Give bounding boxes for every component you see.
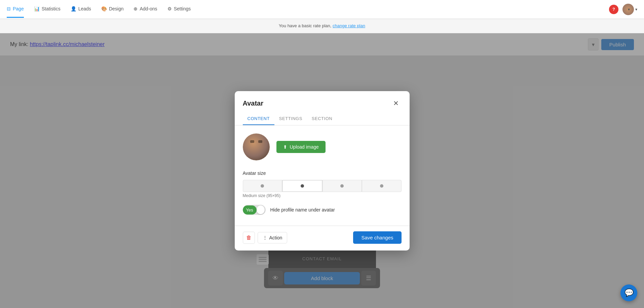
modal-tabs: CONTENT SETTINGS SECTION bbox=[235, 113, 410, 125]
main-content: My link: https://taplink.cc/michaelstein… bbox=[0, 33, 644, 308]
toggle-yes-label: Yes bbox=[243, 205, 257, 215]
modal-title: Avatar bbox=[243, 100, 264, 107]
nav-tab-settings[interactable]: ⚙ Settings bbox=[167, 1, 191, 18]
action-button[interactable]: ⋮ Action bbox=[258, 232, 288, 243]
help-icon[interactable]: ? bbox=[609, 5, 618, 14]
nav-tab-leads[interactable]: 👤 Leads bbox=[71, 1, 91, 18]
toggle-row: Yes Hide profile name under avatar bbox=[243, 205, 402, 215]
nav-tab-design-label: Design bbox=[109, 6, 124, 11]
modal-divider bbox=[235, 226, 410, 226]
modal-header: Avatar ✕ bbox=[235, 91, 410, 109]
size-option-xs[interactable] bbox=[243, 180, 282, 192]
toggle-description: Hide profile name under avatar bbox=[270, 207, 335, 213]
modal-tab-settings[interactable]: SETTINGS bbox=[274, 113, 307, 125]
modal-tab-section[interactable]: SECTION bbox=[307, 113, 337, 125]
avatar-face bbox=[243, 133, 270, 160]
save-changes-button[interactable]: Save changes bbox=[353, 231, 401, 244]
chat-button[interactable]: 💬 bbox=[620, 284, 637, 301]
nav-tab-settings-label: Settings bbox=[174, 6, 191, 11]
info-bar: You have a basic rate plan, change rate … bbox=[0, 18, 644, 33]
upload-label: Upload image bbox=[290, 144, 319, 150]
user-dropdown-arrow: ▾ bbox=[635, 7, 637, 12]
modal-body: ⬆ Upload image Avatar size bbox=[235, 125, 410, 226]
addons-icon: ⊕ bbox=[134, 6, 138, 11]
settings-icon: ⚙ bbox=[167, 6, 172, 11]
chat-icon: 💬 bbox=[624, 288, 634, 297]
modal-close-button[interactable]: ✕ bbox=[391, 98, 402, 109]
toggle-knob bbox=[257, 205, 265, 214]
nav-tab-addons-label: Add-ons bbox=[140, 6, 157, 11]
info-bar-text: You have a basic rate plan, bbox=[279, 23, 331, 28]
top-nav: ⊟ Page 📊 Statistics 👤 Leads 🎨 Design ⊕ A… bbox=[0, 0, 644, 18]
size-dot-xs bbox=[261, 184, 264, 188]
avatar-preview bbox=[243, 133, 270, 160]
size-dot-lg bbox=[380, 184, 383, 188]
avatar-modal: Avatar ✕ CONTENT SETTINGS SECTION bbox=[235, 91, 410, 251]
avatar-size-text: Medium size (95×95) bbox=[243, 193, 402, 198]
avatar-upload-row: ⬆ Upload image bbox=[243, 133, 402, 160]
avatar-size-label: Avatar size bbox=[243, 170, 402, 176]
hide-name-toggle[interactable]: Yes bbox=[243, 205, 266, 215]
nav-tab-page-label: Page bbox=[13, 6, 24, 11]
upload-icon: ⬆ bbox=[283, 144, 287, 150]
page-icon: ⊟ bbox=[7, 6, 11, 11]
nav-tabs: ⊟ Page 📊 Statistics 👤 Leads 🎨 Design ⊕ A… bbox=[7, 1, 191, 18]
nav-tab-design[interactable]: 🎨 Design bbox=[101, 1, 124, 18]
nav-tab-statistics[interactable]: 📊 Statistics bbox=[34, 1, 61, 18]
nav-tab-leads-label: Leads bbox=[78, 6, 91, 11]
avatar-size-options bbox=[243, 180, 402, 192]
upload-image-button[interactable]: ⬆ Upload image bbox=[276, 141, 326, 153]
action-dots-icon: ⋮ bbox=[263, 235, 267, 240]
design-icon: 🎨 bbox=[101, 6, 107, 11]
leads-icon: 👤 bbox=[71, 6, 76, 11]
modal-backdrop: Avatar ✕ CONTENT SETTINGS SECTION bbox=[0, 33, 644, 308]
nav-user-wrapper[interactable]: ▾ bbox=[622, 4, 637, 15]
nav-tab-page[interactable]: ⊟ Page bbox=[7, 1, 24, 18]
size-dot-sm bbox=[301, 184, 304, 188]
action-label: Action bbox=[269, 235, 282, 240]
size-option-lg[interactable] bbox=[362, 180, 402, 192]
delete-button[interactable]: 🗑 bbox=[243, 232, 255, 244]
statistics-icon: 📊 bbox=[34, 6, 40, 11]
nav-tab-addons[interactable]: ⊕ Add-ons bbox=[134, 1, 157, 18]
size-option-sm[interactable] bbox=[282, 180, 323, 192]
size-option-md[interactable] bbox=[323, 180, 362, 192]
modal-tab-content[interactable]: CONTENT bbox=[243, 113, 274, 125]
modal-footer: 🗑 ⋮ Action Save changes bbox=[235, 231, 410, 251]
size-dot-md bbox=[340, 184, 344, 188]
footer-left: 🗑 ⋮ Action bbox=[243, 232, 288, 244]
nav-right: ? ▾ bbox=[609, 4, 637, 15]
change-rate-plan-link[interactable]: change rate plan bbox=[333, 23, 365, 28]
nav-tab-statistics-label: Statistics bbox=[42, 6, 61, 11]
user-avatar-nav bbox=[622, 4, 634, 15]
